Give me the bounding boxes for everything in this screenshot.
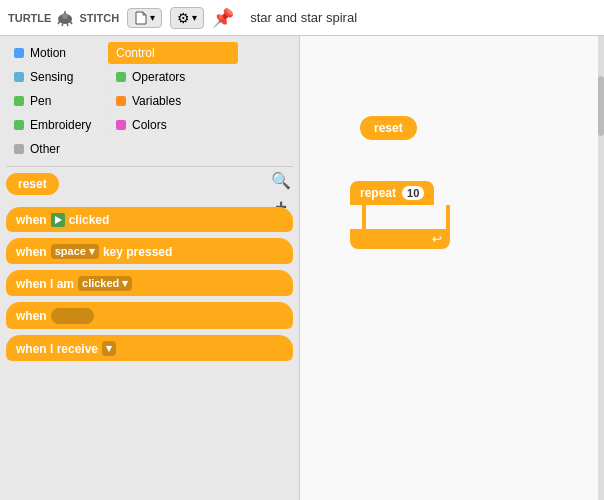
canvas-reset-block[interactable]: reset [360,116,417,140]
repeat-arrow-icon: ↩ [432,232,442,246]
pen-label: Pen [30,94,51,108]
when-block[interactable]: when [6,302,293,329]
motion-dot [14,48,24,58]
blocks-area: 🔍 + reset when clicked [0,167,299,500]
other-dot [14,144,24,154]
logo: TURTLE STITCH [8,8,119,28]
embroidery-label: Embroidery [30,118,91,132]
colors-dot [116,120,126,130]
left-panel: Motion Sensing Pen Embroidery Other [0,36,300,500]
category-pen[interactable]: Pen [6,90,106,112]
gear-icon: ⚙ [177,10,190,26]
operators-label: Operators [132,70,185,84]
sensing-dot [14,72,24,82]
svg-line-2 [58,21,60,24]
category-sensing[interactable]: Sensing [6,66,106,88]
canvas-reset-label: reset [374,121,403,135]
flag-icon [51,213,65,227]
canvas-repeat-value[interactable]: 10 [402,186,424,200]
other-label: Other [30,142,60,156]
svg-line-4 [67,23,68,26]
header: TURTLE STITCH ▾ ⚙ ▾ 📌 star and star spir… [0,0,604,36]
category-operators[interactable]: Operators [108,66,238,88]
when-receive-text: when I receive [16,342,98,356]
file-icon [134,11,148,25]
receive-dropdown[interactable]: ▾ [102,341,116,356]
colors-label: Colors [132,118,167,132]
project-title: star and star spiral [250,10,357,25]
settings-button[interactable]: ⚙ ▾ [170,7,204,29]
search-icon[interactable]: 🔍 [271,171,291,190]
key-dropdown[interactable]: space ▾ [51,244,99,259]
when-flag-text: when [16,213,47,227]
when-oval[interactable] [51,308,94,324]
script-canvas: reset repeat 10 ↩ [300,36,604,500]
when-key-block[interactable]: when space ▾ key pressed [6,238,293,264]
variables-dot [116,96,126,106]
category-colors[interactable]: Colors [108,114,238,136]
embroidery-dot [14,120,24,130]
category-control[interactable]: Control [108,42,238,64]
file-dropdown-arrow: ▾ [150,12,155,23]
category-other[interactable]: Other [6,138,106,160]
operators-dot [116,72,126,82]
category-variables[interactable]: Variables [108,90,238,112]
svg-marker-7 [55,216,62,224]
control-label: Control [116,46,155,60]
pin-button[interactable]: 📌 [212,7,234,29]
logo-turtle-text: TURTLE [8,12,51,24]
svg-line-5 [70,21,72,24]
main-layout: Motion Sensing Pen Embroidery Other [0,36,604,500]
scrollbar[interactable] [598,36,604,500]
key-pressed-text: key pressed [103,245,172,259]
category-embroidery[interactable]: Embroidery [6,114,106,136]
file-button[interactable]: ▾ [127,8,162,28]
pen-dot [14,96,24,106]
when-text: when [16,309,47,323]
variables-label: Variables [132,94,181,108]
when-flag-clicked-block[interactable]: when clicked [6,207,293,232]
canvas-repeat-label: repeat [360,186,396,200]
category-menu: Motion Sensing Pen Embroidery Other [0,36,299,166]
reset-block-label: reset [18,177,47,191]
clicked-text: clicked [69,213,110,227]
when-i-am-block[interactable]: when I am clicked ▾ [6,270,293,296]
sensing-label: Sensing [30,70,73,84]
when-key-text: when [16,245,47,259]
scrollbar-thumb[interactable] [598,76,604,136]
motion-label: Motion [30,46,66,60]
turtle-icon [55,8,75,28]
when-receive-block[interactable]: when I receive ▾ [6,335,293,361]
settings-dropdown-arrow: ▾ [192,12,197,23]
svg-line-3 [62,23,63,26]
when-i-am-text: when I am [16,277,74,291]
category-motion[interactable]: Motion [6,42,106,64]
reset-block[interactable]: reset [6,173,59,195]
i-am-dropdown[interactable]: clicked ▾ [78,276,132,291]
canvas-repeat-block[interactable]: repeat 10 ↩ [350,181,450,249]
logo-stitch-text: STITCH [79,12,119,24]
